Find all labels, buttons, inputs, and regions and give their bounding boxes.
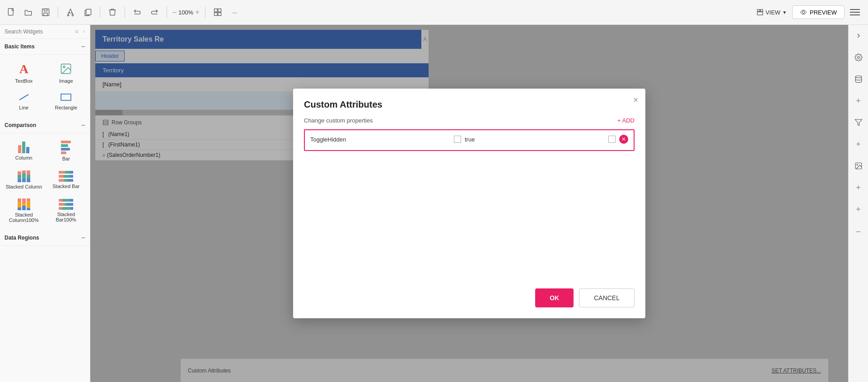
image-icon: [60, 62, 72, 76]
separator5: [205, 7, 205, 18]
right-database-icon[interactable]: [851, 72, 866, 86]
view-button[interactable]: VIEW ▼: [756, 9, 787, 16]
paste-icon[interactable]: [81, 5, 94, 19]
right-plus2-icon[interactable]: +: [851, 137, 866, 151]
search-icon: [75, 28, 79, 35]
svg-point-27: [857, 164, 858, 165]
sidebar-item-column[interactable]: Column: [4, 137, 44, 165]
line-label: Line: [19, 105, 28, 110]
preview-button[interactable]: PREVIEW: [792, 5, 845, 19]
modal-close-button[interactable]: ×: [633, 96, 638, 104]
svg-rect-19: [61, 94, 71, 100]
sidebar-item-bar[interactable]: Bar: [46, 137, 87, 165]
save-icon[interactable]: [39, 5, 52, 19]
stacked-column-label: Stacked Column: [5, 184, 42, 189]
stacked-bar100-icon: [59, 199, 73, 210]
svg-rect-1: [42, 9, 49, 16]
line-icon: [18, 93, 30, 103]
comparison-section: Comparison –: [0, 118, 90, 133]
layout-icon[interactable]: [211, 5, 224, 19]
add-attribute-button[interactable]: + ADD: [617, 117, 635, 124]
ok-button[interactable]: OK: [535, 288, 574, 307]
column-icon: [18, 141, 29, 153]
basic-items-collapse[interactable]: –: [81, 42, 85, 51]
svg-rect-6: [86, 9, 91, 14]
sidebar-item-line[interactable]: Line: [4, 89, 44, 114]
svg-point-15: [75, 30, 78, 33]
menu-button[interactable]: [850, 5, 863, 19]
minus-icon[interactable]: –: [228, 5, 242, 19]
right-sidebar: + + + + –: [848, 25, 868, 382]
svg-marker-25: [855, 119, 862, 126]
column-label: Column: [15, 155, 33, 160]
empty-attributes-area: [304, 151, 635, 278]
comparison-collapse[interactable]: –: [81, 121, 85, 129]
right-plus3-icon[interactable]: +: [851, 180, 866, 195]
right-filter-icon[interactable]: [851, 115, 866, 130]
sidebar-item-stacked-bar100[interactable]: Stacked Bar100%: [46, 195, 87, 226]
svg-point-24: [855, 76, 862, 78]
comparison-label: Comparison: [5, 122, 36, 128]
modal-footer: OK CANCEL: [304, 288, 635, 307]
attribute-delete-button[interactable]: ✕: [619, 135, 628, 144]
svg-rect-9: [214, 13, 217, 16]
svg-point-14: [802, 11, 804, 13]
svg-point-23: [857, 57, 859, 59]
left-sidebar: Basic Items – A TextBox Image: [0, 25, 90, 382]
sidebar-item-stacked-bar[interactable]: Stacked Bar: [46, 167, 87, 193]
zoom-out-icon[interactable]: –: [173, 8, 177, 16]
undo-icon[interactable]: [131, 5, 144, 19]
modal-subtitle: Change custom properties: [304, 117, 373, 124]
svg-point-4: [67, 14, 69, 16]
attribute-name-checkbox[interactable]: [454, 136, 461, 143]
separator3: [125, 7, 125, 18]
right-minus-icon[interactable]: –: [851, 224, 866, 238]
sidebar-item-image[interactable]: Image: [46, 58, 87, 87]
sidebar-item-stacked-column[interactable]: Stacked Column: [4, 167, 44, 193]
basic-items-section: Basic Items –: [0, 39, 90, 55]
sidebar-item-textbox[interactable]: A TextBox: [4, 58, 44, 87]
svg-rect-10: [218, 13, 221, 16]
separator2: [100, 7, 100, 18]
attribute-value-checkbox[interactable]: [608, 136, 616, 143]
right-settings-icon[interactable]: [851, 50, 866, 65]
stacked-column100-label: Stacked Column100%: [5, 212, 42, 223]
open-file-icon[interactable]: [22, 5, 35, 19]
delete-icon: ✕: [621, 136, 626, 142]
cancel-button[interactable]: CANCEL: [579, 288, 635, 307]
attribute-name-input[interactable]: [310, 136, 450, 143]
stacked-bar100-label: Stacked Bar100%: [48, 212, 85, 222]
attribute-value-input[interactable]: [465, 136, 605, 143]
right-image-icon[interactable]: [851, 159, 866, 173]
svg-rect-13: [757, 12, 763, 15]
svg-point-17: [63, 66, 65, 68]
cut-icon[interactable]: [64, 5, 77, 19]
separator4: [167, 7, 167, 18]
attributes-table: ✕: [304, 129, 635, 151]
data-regions-collapse[interactable]: –: [81, 234, 85, 242]
search-input[interactable]: [5, 28, 72, 35]
bar-label: Bar: [62, 156, 70, 161]
textbox-icon: A: [19, 62, 28, 76]
svg-line-18: [19, 94, 28, 100]
svg-rect-11: [757, 9, 760, 11]
data-regions-section: Data Regions –: [0, 230, 90, 246]
right-chevron-icon[interactable]: [851, 28, 866, 43]
sidebar-item-rectangle[interactable]: Rectangle: [46, 89, 87, 114]
redo-icon[interactable]: [148, 5, 161, 19]
comparison-grid: Column Bar: [0, 133, 90, 230]
zoom-in-icon[interactable]: +: [195, 8, 199, 16]
svg-rect-2: [44, 9, 47, 11]
new-file-icon[interactable]: [5, 5, 18, 19]
modal-overlay: Custom Attributes × Change custom proper…: [90, 25, 848, 382]
right-plus1-icon[interactable]: +: [851, 94, 866, 108]
right-plus4-icon[interactable]: +: [851, 202, 866, 217]
sidebar-item-stacked-column100[interactable]: Stacked Column100%: [4, 195, 44, 226]
delete-icon[interactable]: [106, 5, 119, 19]
data-regions-label: Data Regions: [5, 235, 39, 241]
collapse-icon[interactable]: [82, 28, 86, 35]
svg-rect-0: [8, 9, 13, 15]
stacked-column-icon: [18, 170, 30, 182]
svg-rect-7: [214, 9, 217, 12]
stacked-bar-label: Stacked Bar: [52, 184, 79, 189]
